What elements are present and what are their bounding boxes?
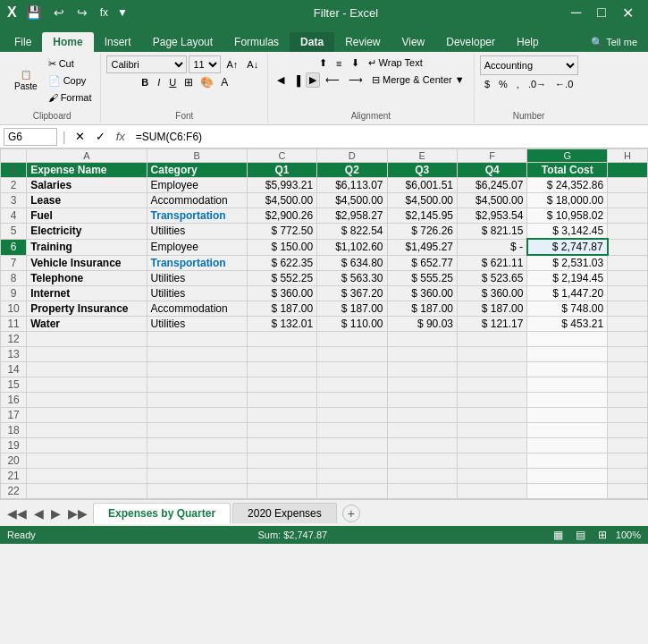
tab-data[interactable]: Data xyxy=(290,32,334,52)
cell-H3[interactable] xyxy=(608,193,648,208)
cell-H4[interactable] xyxy=(608,208,648,224)
tab-formulas[interactable]: Formulas xyxy=(223,32,290,52)
sheet-nav-last[interactable]: ▶▶ xyxy=(64,504,91,522)
cell-A19[interactable] xyxy=(27,438,147,453)
cell-A7[interactable]: Vehicle Insurance xyxy=(27,255,147,271)
cell-C6[interactable]: $ 150.00 xyxy=(247,239,316,255)
cell-A20[interactable] xyxy=(27,453,147,469)
indent-decrease-button[interactable]: ⟵ xyxy=(322,72,343,88)
add-sheet-button[interactable]: + xyxy=(342,504,360,522)
cell-F10[interactable]: $ 187.00 xyxy=(457,301,526,317)
cell-C11[interactable]: $ 132.01 xyxy=(247,317,316,332)
cell-F8[interactable]: $ 523.65 xyxy=(457,271,526,286)
cell-D6[interactable]: $1,102.60 xyxy=(317,239,387,255)
tab-developer[interactable]: Developer xyxy=(435,32,506,52)
undo-button[interactable]: ↩ xyxy=(50,4,68,21)
cell-A10[interactable]: Property Insurance xyxy=(27,301,147,317)
cell-C2[interactable]: $5,993.21 xyxy=(247,178,316,193)
cell-D9[interactable]: $ 367.20 xyxy=(317,286,387,301)
cell-A13[interactable] xyxy=(27,347,147,362)
sheet-nav-right[interactable]: ▶ xyxy=(47,504,64,522)
cell-C4[interactable]: $2,900.26 xyxy=(247,208,316,224)
cell-F1[interactable]: Q4 xyxy=(457,163,526,178)
cell-D1[interactable]: Q2 xyxy=(317,163,387,178)
increase-font-button[interactable]: A↑ xyxy=(223,57,241,72)
cell-A8[interactable]: Telephone xyxy=(27,271,147,286)
cell-B2[interactable]: Employee xyxy=(147,178,247,193)
cell-E9[interactable]: $ 360.00 xyxy=(387,286,457,301)
cell-B11[interactable]: Utilities xyxy=(147,317,247,332)
tell-me-button[interactable]: 🔍 Tell me xyxy=(580,33,648,52)
cut-button[interactable]: ✂ Cut xyxy=(45,56,96,72)
copy-button[interactable]: 📄 Copy xyxy=(45,73,96,89)
cancel-formula-button[interactable]: ✕ xyxy=(72,128,88,145)
normal-view-button[interactable]: ▦ xyxy=(550,527,567,543)
cell-B6[interactable]: Employee xyxy=(147,239,247,255)
cell-A9[interactable]: Internet xyxy=(27,286,147,301)
cell-A15[interactable] xyxy=(27,377,147,393)
increase-decimal-button[interactable]: .0→ xyxy=(525,77,550,91)
percent-style-button[interactable]: % xyxy=(495,77,511,91)
tab-insert[interactable]: Insert xyxy=(94,32,142,52)
col-header-C[interactable]: C xyxy=(247,149,316,163)
font-size-select[interactable]: 11 xyxy=(189,55,221,73)
cell-D11[interactable]: $ 110.00 xyxy=(317,317,387,332)
cell-B3[interactable]: Accommodation xyxy=(147,193,247,208)
cell-H2[interactable] xyxy=(608,178,648,193)
decrease-decimal-button[interactable]: ←.0 xyxy=(551,77,576,91)
number-format-select[interactable]: Accounting General Number Currency Perce… xyxy=(480,55,578,75)
cell-G6[interactable]: $ 2,747.87 xyxy=(527,239,608,255)
currency-style-button[interactable]: $ xyxy=(481,77,493,91)
cell-C8[interactable]: $ 552.25 xyxy=(247,271,316,286)
cell-E2[interactable]: $6,001.51 xyxy=(387,178,457,193)
cell-E4[interactable]: $2,145.95 xyxy=(387,208,457,224)
cell-G11[interactable]: $ 453.21 xyxy=(527,317,608,332)
cell-H11[interactable] xyxy=(608,317,648,332)
confirm-formula-button[interactable]: ✓ xyxy=(92,128,109,145)
cell-A11[interactable]: Water xyxy=(27,317,147,332)
cell-A16[interactable] xyxy=(27,393,147,408)
underline-button[interactable]: U xyxy=(165,75,180,89)
cell-B8[interactable]: Utilities xyxy=(147,271,247,286)
col-header-F[interactable]: F xyxy=(457,149,526,163)
page-layout-view-button[interactable]: ▤ xyxy=(572,527,589,543)
align-top-button[interactable]: ⬆ xyxy=(316,55,331,71)
cell-B5[interactable]: Utilities xyxy=(147,224,247,240)
col-header-A[interactable]: A xyxy=(27,149,147,163)
cell-C3[interactable]: $4,500.00 xyxy=(247,193,316,208)
cell-C10[interactable]: $ 187.00 xyxy=(247,301,316,317)
formula-input[interactable] xyxy=(132,130,644,144)
cell-A14[interactable] xyxy=(27,362,147,377)
comma-style-button[interactable]: , xyxy=(513,77,523,91)
cell-H9[interactable] xyxy=(608,286,648,301)
cell-G2[interactable]: $ 24,352.86 xyxy=(527,178,608,193)
cell-D2[interactable]: $6,113.07 xyxy=(317,178,387,193)
cell-H6[interactable] xyxy=(608,239,648,255)
align-left-button[interactable]: ◀ xyxy=(274,72,288,88)
tab-home[interactable]: Home xyxy=(42,32,93,52)
tab-file[interactable]: File xyxy=(4,32,42,52)
font-family-select[interactable]: Calibri xyxy=(106,55,187,73)
sheet-nav-prev[interactable]: ◀◀ xyxy=(4,504,30,522)
cell-C7[interactable]: $ 622.35 xyxy=(247,255,316,271)
cell-D10[interactable]: $ 187.00 xyxy=(317,301,387,317)
cell-F6[interactable]: $ - xyxy=(457,239,526,255)
cell-A21[interactable] xyxy=(27,469,147,484)
cell-H5[interactable] xyxy=(608,224,648,240)
formula-button[interactable]: fx xyxy=(97,4,112,21)
align-bottom-button[interactable]: ⬇ xyxy=(348,55,363,71)
cell-G5[interactable]: $ 3,142.45 xyxy=(527,224,608,240)
wrap-text-button[interactable]: ↵ Wrap Text xyxy=(365,55,426,71)
redo-button[interactable]: ↪ xyxy=(73,4,91,21)
cell-E10[interactable]: $ 187.00 xyxy=(387,301,457,317)
italic-button[interactable]: I xyxy=(154,75,164,89)
col-header-B[interactable]: B xyxy=(147,149,247,163)
cell-E8[interactable]: $ 555.25 xyxy=(387,271,457,286)
cell-A2[interactable]: Salaries xyxy=(27,178,147,193)
cell-A5[interactable]: Electricity xyxy=(27,224,147,240)
sheet-nav-left[interactable]: ◀ xyxy=(30,504,47,522)
cell-G4[interactable]: $ 10,958.02 xyxy=(527,208,608,224)
page-break-view-button[interactable]: ⊞ xyxy=(594,527,610,543)
align-center-button[interactable]: ▐ xyxy=(290,73,304,88)
align-right-button[interactable]: ▶ xyxy=(306,72,320,88)
